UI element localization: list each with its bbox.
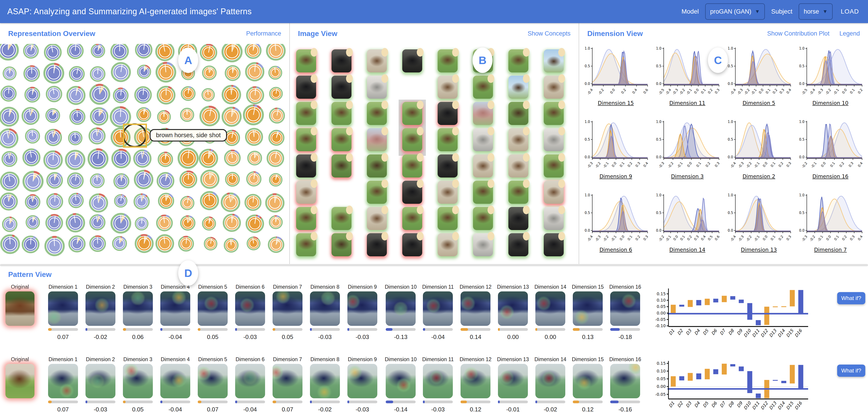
- dimension-slider[interactable]: [273, 401, 303, 403]
- dimension-slider[interactable]: [48, 328, 78, 331]
- dimension-slider[interactable]: [498, 401, 528, 403]
- dimension-slider[interactable]: [235, 328, 265, 331]
- original-image[interactable]: [5, 291, 34, 326]
- image-thumb[interactable]: [332, 102, 351, 125]
- dimension-slider[interactable]: [310, 401, 340, 403]
- dimension-heatmap[interactable]: [573, 291, 603, 326]
- dimension-heatmap[interactable]: [123, 364, 153, 398]
- image-thumb[interactable]: [367, 181, 387, 204]
- dimension-slider[interactable]: [535, 328, 565, 331]
- dimension-heatmap[interactable]: [461, 364, 491, 398]
- dimension-heatmap[interactable]: [610, 364, 640, 398]
- dimension-heatmap[interactable]: [160, 291, 190, 326]
- dimension-heatmap[interactable]: [310, 364, 340, 398]
- dimension-heatmap[interactable]: [498, 364, 528, 398]
- dimension-plot-label[interactable]: Dimension 11: [670, 100, 706, 106]
- image-thumb[interactable]: [508, 76, 528, 99]
- dimension-heatmap[interactable]: [198, 291, 228, 326]
- dimension-heatmap[interactable]: [235, 291, 265, 326]
- image-thumb[interactable]: [402, 181, 422, 204]
- image-thumb[interactable]: [438, 102, 458, 125]
- dimension-heatmap[interactable]: [235, 364, 265, 398]
- image-thumb[interactable]: [508, 49, 528, 72]
- image-thumb[interactable]: [438, 233, 458, 256]
- image-thumb[interactable]: [367, 207, 387, 230]
- image-thumb[interactable]: [508, 207, 528, 230]
- image-thumb[interactable]: [296, 233, 316, 256]
- pie-grid-svg[interactable]: [0, 44, 290, 264]
- dimension-slider[interactable]: [423, 401, 453, 403]
- dimension-heatmap[interactable]: [498, 291, 528, 326]
- dimension-slider[interactable]: [48, 401, 78, 403]
- image-thumb[interactable]: [473, 76, 493, 99]
- dimension-plot-label[interactable]: Dimension 2: [743, 173, 775, 179]
- image-thumb[interactable]: [296, 76, 316, 99]
- dimension-slider[interactable]: [573, 401, 603, 403]
- image-thumb[interactable]: [508, 128, 528, 151]
- image-thumb[interactable]: [402, 233, 422, 256]
- image-thumb[interactable]: [438, 154, 458, 177]
- original-image[interactable]: [5, 364, 34, 398]
- image-thumb[interactable]: [544, 128, 564, 151]
- image-thumb[interactable]: [402, 128, 422, 151]
- show-contribution-plot-link[interactable]: Show Contribution Plot: [767, 30, 830, 37]
- dimension-heatmap[interactable]: [423, 364, 453, 398]
- dimension-heatmap[interactable]: [123, 291, 153, 326]
- image-thumb[interactable]: [438, 207, 458, 230]
- dimension-heatmap[interactable]: [86, 291, 116, 326]
- dimension-slider[interactable]: [423, 328, 453, 331]
- dimension-slider[interactable]: [498, 328, 528, 331]
- dimension-heatmap[interactable]: [535, 364, 565, 398]
- dimension-heatmap[interactable]: [198, 364, 228, 398]
- image-thumb[interactable]: [402, 102, 422, 125]
- image-thumb[interactable]: [367, 233, 387, 256]
- image-thumb[interactable]: [508, 181, 528, 204]
- dimension-heatmap[interactable]: [386, 291, 415, 326]
- image-thumb[interactable]: [544, 207, 564, 230]
- dimension-plot-label[interactable]: Dimension 15: [598, 100, 634, 106]
- image-thumb[interactable]: [473, 128, 493, 151]
- image-thumb[interactable]: [438, 76, 458, 99]
- dimension-slider[interactable]: [160, 401, 190, 403]
- image-thumb[interactable]: [473, 207, 493, 230]
- dimension-plot-label[interactable]: Dimension 13: [741, 247, 777, 253]
- image-thumb[interactable]: [438, 128, 458, 151]
- dimension-plot-label[interactable]: Dimension 10: [812, 100, 848, 106]
- image-thumb[interactable]: [544, 76, 564, 99]
- dimension-slider[interactable]: [310, 328, 340, 331]
- dimension-plot-label[interactable]: Dimension 6: [599, 247, 632, 253]
- image-thumb[interactable]: [508, 102, 528, 125]
- dimension-heatmap[interactable]: [461, 291, 491, 326]
- image-thumb[interactable]: [296, 128, 316, 151]
- dimension-slider[interactable]: [386, 328, 415, 331]
- dimension-slider[interactable]: [461, 328, 491, 331]
- dimension-plot-label[interactable]: Dimension 7: [814, 247, 847, 253]
- image-thumb[interactable]: [473, 102, 493, 125]
- dimension-plot-label[interactable]: Dimension 14: [670, 247, 706, 253]
- image-thumb[interactable]: [438, 49, 458, 72]
- image-thumb[interactable]: [544, 49, 564, 72]
- dimension-slider[interactable]: [273, 328, 303, 331]
- dimension-heatmap[interactable]: [347, 291, 377, 326]
- dimension-heatmap[interactable]: [273, 364, 303, 398]
- image-thumb[interactable]: [296, 102, 316, 125]
- image-thumb[interactable]: [402, 49, 422, 72]
- pie-grid[interactable]: brown horses, side shot: [0, 44, 289, 264]
- image-thumb[interactable]: [438, 181, 458, 204]
- image-thumb[interactable]: [473, 181, 493, 204]
- image-thumb[interactable]: [332, 128, 351, 151]
- image-thumb[interactable]: [332, 233, 351, 256]
- image-thumb[interactable]: [544, 233, 564, 256]
- image-thumb[interactable]: [367, 154, 387, 177]
- what-if-button[interactable]: What if?: [837, 365, 865, 377]
- image-thumb[interactable]: [296, 207, 316, 230]
- legend-link[interactable]: Legend: [839, 30, 860, 37]
- model-select[interactable]: proGAN (GAN) ▼: [705, 3, 765, 20]
- dimension-slider[interactable]: [347, 328, 377, 331]
- dimension-slider[interactable]: [123, 328, 153, 331]
- dimension-slider[interactable]: [198, 328, 228, 331]
- dimension-heatmap[interactable]: [423, 291, 453, 326]
- image-thumb[interactable]: [473, 233, 493, 256]
- dimension-heatmap[interactable]: [48, 364, 78, 398]
- image-thumb[interactable]: [296, 49, 316, 72]
